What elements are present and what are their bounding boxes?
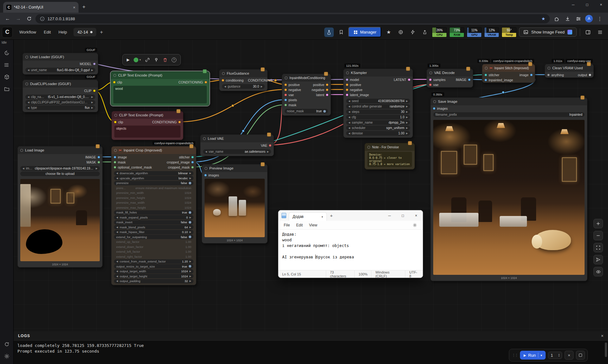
port-dot-icon[interactable]: [284, 89, 287, 91]
node-title-bar[interactable]: Preview Image: [202, 164, 267, 172]
widget-output_target_height[interactable]: ◀output_target_height1024▶: [114, 274, 193, 278]
widget-scheduler[interactable]: ◀schedulersgm_uniform▶: [346, 126, 410, 130]
flask-icon[interactable]: [324, 28, 334, 37]
port-dot-icon[interactable]: [284, 94, 287, 96]
logs-close-icon[interactable]: ×: [601, 333, 604, 338]
tune-icon[interactable]: [574, 15, 582, 22]
zoom-level-label[interactable]: 100%: [354, 270, 371, 278]
widget-denoise[interactable]: ◀denoise1.00▶: [346, 131, 410, 136]
menu-workflow[interactable]: Workflow: [16, 28, 40, 36]
port-dot-icon[interactable]: [326, 83, 328, 86]
workflow-tab[interactable]: 42-14: [73, 28, 96, 36]
widget-extend_left_factor[interactable]: extend_left_factor1.00: [114, 250, 193, 254]
output-port-stitcher[interactable]: stitcher: [165, 155, 196, 160]
node-save-image[interactable]: 0.350s Save Image images filename_prefix…: [430, 97, 587, 281]
collapse-dot[interactable]: [346, 71, 349, 74]
port-dot-icon[interactable]: [114, 121, 117, 123]
node-title-bar[interactable]: InpaintModelConditioning: [282, 74, 331, 82]
port-dot-icon[interactable]: [484, 74, 487, 76]
port-dot-icon[interactable]: [93, 63, 96, 65]
input-port-negative[interactable]: negative: [344, 87, 371, 92]
widget-output_target_width[interactable]: ◀output_target_width1024▶: [114, 269, 193, 274]
collapse-dot[interactable]: [285, 77, 288, 79]
widget-control after generate[interactable]: ◀control after generaterandomize▶: [346, 104, 410, 109]
node-title-bar[interactable]: ✂ Inpaint Crop (Improved): [111, 146, 196, 154]
input-port-vae[interactable]: vae: [427, 82, 448, 87]
output-port-cropped_mask[interactable]: cropped_mask: [165, 165, 196, 170]
help-button[interactable]: ?: [172, 58, 176, 62]
port-dot-icon[interactable]: [346, 89, 348, 91]
port-dot-icon[interactable]: [269, 144, 271, 147]
output-port-CONDITIONING[interactable]: CONDITIONING: [246, 78, 279, 83]
output-port-negative[interactable]: negative: [309, 87, 331, 92]
widget-output_padding[interactable]: ◀output_padding32▶: [114, 279, 193, 283]
input-port-images[interactable]: images: [202, 173, 221, 178]
widget-unet_name[interactable]: ◀unet_nameflux1-fill-dev-Q8_0.gguf▶: [25, 68, 95, 72]
browser-tab[interactable]: C *42-14 - ComfyUI ×: [3, 2, 79, 13]
collapse-dot[interactable]: [205, 167, 207, 170]
settings-gear-icon[interactable]: [2, 351, 11, 361]
widget-seed[interactable]: ◀seed419038506089784▶: [346, 99, 410, 103]
widget-preresize[interactable]: preresizefalse: [114, 181, 193, 185]
extensions-puzzle-icon[interactable]: [553, 15, 560, 22]
port-dot-icon[interactable]: [429, 78, 432, 81]
widget-mask_hipass_filter[interactable]: ◀mask_hipass_filter0.10▶: [114, 230, 193, 234]
fit-view-button[interactable]: [593, 243, 603, 252]
port-dot-icon[interactable]: [98, 161, 100, 163]
input-port-mask[interactable]: mask: [282, 102, 303, 108]
run-mode-button[interactable]: ▾: [134, 58, 141, 62]
notepad-tab[interactable]: Додав ●: [289, 212, 327, 221]
node-title-bar[interactable]: FluxGuidance: [219, 70, 267, 77]
port-dot-icon[interactable]: [93, 89, 96, 92]
run-options-chevron-icon[interactable]: ▾: [541, 354, 542, 357]
widget-output_resize_to_target_size[interactable]: output_resize_to_target_sizetrue: [114, 264, 193, 268]
window-minimize-button[interactable]: ─: [566, 0, 580, 9]
collapse-dot[interactable]: [25, 56, 28, 59]
port-dot-icon[interactable]: [408, 78, 410, 81]
output-port-image[interactable]: image: [517, 72, 535, 77]
widget-upscale_algorithm[interactable]: ◀upscale_algorithmbicubic▶: [114, 176, 193, 180]
input-port-vae[interactable]: vae: [282, 92, 303, 97]
node-inpaint-model-conditioning[interactable]: InpaintModelConditioning positivenegativ…: [282, 74, 331, 116]
collapse-dot[interactable]: [433, 100, 436, 103]
node-clip-text-encode-positive[interactable]: CLIP Text Encode (Prompt) clipCONDITIONI…: [111, 71, 210, 106]
port-dot-icon[interactable]: [113, 81, 116, 83]
notepad-menu-file[interactable]: File: [281, 222, 293, 229]
port-dot-icon[interactable]: [114, 166, 116, 169]
widget-extend_up_factor[interactable]: extend_up_factor1.00: [114, 240, 193, 244]
output-port-IMAGE[interactable]: IMAGE: [453, 77, 473, 82]
hamburger-menu-icon[interactable]: [595, 28, 605, 37]
collapse-dot[interactable]: [367, 146, 370, 149]
widget-cfg[interactable]: ◀cfg1.0▶: [346, 115, 410, 120]
share-icon[interactable]: [420, 28, 429, 37]
port-dot-icon[interactable]: [191, 161, 194, 163]
node-clip-text-encode-negative[interactable]: CLIP Text Encode (Prompt) clipCONDITIONI…: [111, 111, 183, 140]
port-dot-icon[interactable]: [178, 121, 181, 123]
output-port-VAE[interactable]: VAE: [259, 143, 274, 148]
queue-history-icon[interactable]: [2, 48, 11, 58]
delete-button[interactable]: [163, 58, 168, 62]
port-dot-icon[interactable]: [284, 99, 287, 101]
bookmark-star-icon[interactable]: ★: [541, 16, 545, 21]
output-port-MASK[interactable]: MASK: [83, 160, 102, 165]
run-button[interactable]: ▶ Run ▾: [520, 351, 546, 360]
node-title-bar[interactable]: Load Image: [18, 146, 102, 154]
output-port-CONDITIONING[interactable]: CONDITIONING: [176, 80, 209, 85]
collapse-dot[interactable]: [20, 149, 23, 152]
zoom-in-button[interactable]: [593, 219, 603, 228]
node-note-denoise[interactable]: Note - For Denoise Denoise: 0.6-0.75 = c…: [364, 143, 415, 170]
port-dot-icon[interactable]: [114, 156, 116, 158]
widget-guidance[interactable]: ◀guidance30.0▶: [222, 84, 265, 89]
input-port-images[interactable]: images: [431, 106, 450, 111]
widget-preresize_min_height[interactable]: preresize_min_height1024: [114, 195, 193, 200]
model-library-icon[interactable]: [2, 72, 11, 82]
widget-prere...[interactable]: prere...ensure minimum and maximum resol…: [114, 186, 193, 190]
show-image-feed-button[interactable]: Show Image Feed: [519, 28, 577, 37]
port-dot-icon[interactable]: [274, 79, 277, 82]
port-dot-icon[interactable]: [204, 174, 207, 176]
widget-extend_right_factor[interactable]: extend_right_factor1.00: [114, 254, 193, 259]
port-dot-icon[interactable]: [326, 89, 328, 91]
input-port-latent_image[interactable]: latent_image: [344, 92, 371, 97]
node-inpaint-crop[interactable]: comfyui-inpaint-cropandstitch ✂ Inpaint …: [111, 146, 196, 285]
collapse-dot[interactable]: [203, 137, 206, 140]
